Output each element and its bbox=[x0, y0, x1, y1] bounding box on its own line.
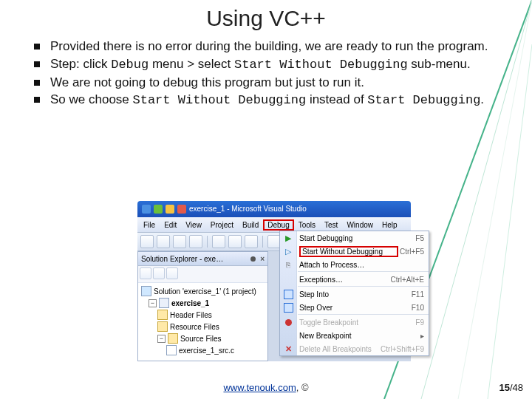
submenu-arrow-icon: ▸ bbox=[420, 332, 424, 340]
play-outline-icon: ▷ bbox=[283, 246, 293, 256]
menu-debug[interactable]: Debug bbox=[263, 219, 293, 231]
slide-title: Using VC++ bbox=[0, 6, 532, 31]
step-over-icon bbox=[283, 302, 293, 313]
vs-logo-part bbox=[177, 205, 186, 214]
menu-exceptions[interactable]: Exceptions… Ctrl+Alt+E bbox=[280, 273, 429, 286]
menu-edit[interactable]: Edit bbox=[160, 219, 181, 231]
folder-icon bbox=[157, 321, 168, 332]
menu-attach-process[interactable]: ⎘ Attach to Process… bbox=[280, 258, 429, 271]
toolbar-button[interactable] bbox=[189, 235, 202, 248]
vs-screenshot: exercise_1 - Microsoft Visual Studio Fil… bbox=[137, 201, 411, 361]
menu-start-without-debugging[interactable]: ▷ Start Without Debugging Ctrl+F5 bbox=[280, 245, 429, 258]
solution-explorer-panel: Solution Explorer - exe… × Solution 'exe… bbox=[137, 251, 268, 361]
panel-tool-button[interactable] bbox=[153, 267, 165, 279]
menu-window[interactable]: Window bbox=[342, 219, 378, 231]
delete-icon: ✕ bbox=[283, 344, 293, 354]
collapse-icon[interactable]: − bbox=[149, 299, 157, 307]
window-title: exercise_1 - Microsoft Visual Studio bbox=[189, 201, 307, 217]
toolbar-button[interactable] bbox=[245, 235, 258, 248]
toolbar-button[interactable] bbox=[212, 235, 225, 248]
vs-logo-part bbox=[166, 205, 174, 214]
toolbar-button[interactable] bbox=[173, 235, 186, 248]
panel-tool-button[interactable] bbox=[140, 267, 151, 279]
collapse-icon[interactable]: − bbox=[157, 335, 166, 343]
bullet-list: Provided there is no error during the bu… bbox=[30, 38, 502, 109]
menu-delete-breakpoints: ✕ Delete All Breakpoints Ctrl+Shift+F9 bbox=[280, 342, 429, 355]
toolbar-button[interactable] bbox=[140, 235, 154, 248]
menu-project[interactable]: Project bbox=[206, 219, 238, 231]
menu-file[interactable]: File bbox=[139, 219, 160, 231]
panel-pin-icon[interactable] bbox=[250, 256, 256, 262]
vs-logo-part bbox=[142, 205, 151, 214]
panel-title-text: Solution Explorer - exe… bbox=[141, 255, 223, 263]
step-into-icon bbox=[283, 289, 293, 299]
menu-tools[interactable]: Tools bbox=[294, 219, 320, 231]
panel-titlebar: Solution Explorer - exe… × bbox=[138, 252, 267, 266]
page-number: 15/48 bbox=[499, 382, 523, 393]
toolbar-button[interactable] bbox=[157, 235, 170, 248]
folder-icon bbox=[157, 310, 168, 320]
solution-icon bbox=[141, 286, 151, 296]
menu-view[interactable]: View bbox=[181, 219, 206, 231]
tree-folder-resource[interactable]: Resource Files bbox=[157, 321, 265, 332]
menu-step-over[interactable]: Step Over F10 bbox=[280, 301, 429, 314]
c-file-icon bbox=[166, 345, 177, 355]
bullet-item: Step: click Debug menu > select Start Wi… bbox=[30, 56, 502, 73]
toolbar-button[interactable] bbox=[228, 235, 242, 248]
menu-step-into[interactable]: Step Into F11 bbox=[280, 287, 429, 301]
tree-file-c[interactable]: exercise_1_src.c bbox=[166, 344, 265, 356]
panel-tool-button[interactable] bbox=[166, 267, 178, 279]
panel-toolbar bbox=[138, 266, 267, 283]
close-icon[interactable]: × bbox=[260, 255, 265, 263]
bullet-item: Provided there is no error during the bu… bbox=[30, 38, 502, 55]
tree-project-node[interactable]: − exercise_1 bbox=[149, 297, 265, 309]
menu-build[interactable]: Build bbox=[238, 219, 263, 231]
bullet-item: So we choose Start Without Debugging ins… bbox=[30, 92, 502, 109]
window-titlebar: exercise_1 - Microsoft Visual Studio bbox=[137, 201, 411, 217]
menu-start-debugging[interactable]: ▶ Start Debugging F5 bbox=[280, 231, 429, 245]
tree-folder-header[interactable]: Header Files bbox=[157, 309, 265, 321]
solution-tree: Solution 'exercise_1' (1 project) − exer… bbox=[138, 283, 267, 361]
footer-suffix: , © bbox=[296, 382, 309, 393]
debug-menu-dropdown: ▶ Start Debugging F5 ▷ Start Without Deb… bbox=[279, 231, 429, 356]
tree-solution-node[interactable]: Solution 'exercise_1' (1 project) bbox=[141, 285, 265, 297]
play-icon: ▶ bbox=[283, 233, 293, 243]
tree-folder-source[interactable]: − Source Files bbox=[157, 332, 265, 344]
vs-logo-part bbox=[154, 205, 163, 214]
menu-toggle-breakpoint: Toggle Breakpoint F9 bbox=[280, 316, 429, 329]
footer-link[interactable]: www.tenouk.com bbox=[223, 382, 296, 393]
separator bbox=[262, 236, 263, 248]
menu-new-breakpoint[interactable]: New Breakpoint ▸ bbox=[280, 329, 429, 342]
bullet-item: We are not going to debug this program b… bbox=[30, 75, 502, 91]
menu-test[interactable]: Test bbox=[320, 219, 342, 231]
footer: www.tenouk.com, © bbox=[0, 382, 532, 393]
menu-help[interactable]: Help bbox=[378, 219, 402, 231]
attach-icon: ⎘ bbox=[283, 259, 293, 270]
folder-icon bbox=[168, 333, 178, 344]
breakpoint-icon bbox=[283, 317, 293, 327]
separator bbox=[207, 236, 208, 248]
project-icon bbox=[159, 298, 169, 308]
